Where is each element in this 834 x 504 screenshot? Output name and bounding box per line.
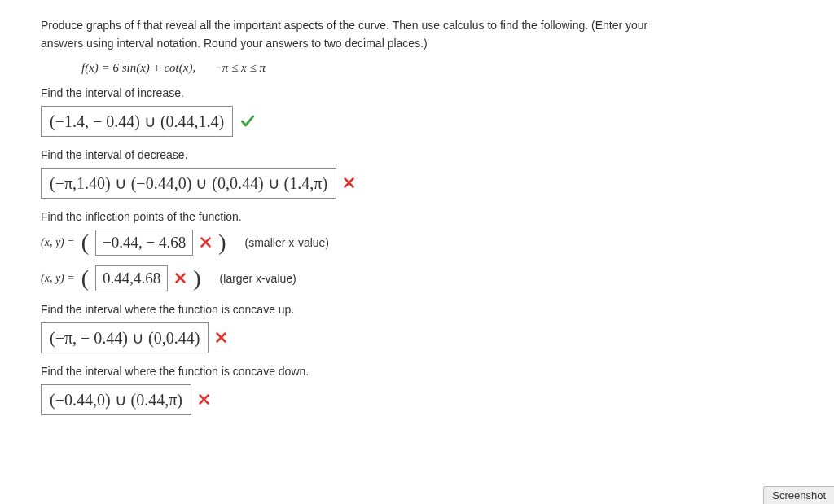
prompt-inflection: Find the inflection points of the functi… (41, 210, 793, 223)
close-paren-2: ) (193, 265, 200, 291)
answer-decrease[interactable]: (−π,1.40) ∪ (−0.44,0) ∪ (0,0.44) ∪ (1.4,… (41, 168, 336, 199)
open-paren-2: ( (81, 265, 89, 291)
prompt-concave-down: Find the interval where the function is … (41, 365, 793, 378)
cross-icon (200, 236, 212, 248)
check-icon (239, 113, 256, 129)
inflection-1-label: (smaller x-value) (245, 236, 329, 249)
inflection-prefix-1: (x, y) = (41, 236, 75, 249)
inflection-2-label: (larger x-value) (220, 272, 296, 285)
prompt-concave-up: Find the interval where the function is … (41, 303, 793, 316)
prompt-increase: Find the interval of increase. (41, 86, 793, 99)
intro-text: Produce graphs of f that reveal all the … (41, 16, 793, 53)
function-definition: f(x) = 6 sin(x) + cot(x), −π ≤ x ≤ π (81, 61, 793, 75)
answer-concave-up[interactable]: (−π, − 0.44) ∪ (0,0.44) (41, 322, 208, 353)
answer-concave-down[interactable]: (−0.44,0) ∪ (0.44,π) (41, 384, 191, 415)
intro-line-2: answers using interval notation. Round y… (41, 37, 428, 50)
cross-icon (343, 177, 355, 189)
close-paren-1: ) (218, 230, 226, 256)
intro-line-1: Produce graphs of f that reveal all the … (41, 19, 647, 32)
cross-icon (174, 272, 187, 284)
prompt-decrease: Find the interval of decrease. (41, 148, 793, 161)
answer-inflection-1[interactable]: −0.44, − 4.68 (95, 230, 193, 256)
cross-icon (198, 393, 210, 405)
cross-icon (215, 331, 227, 344)
inflection-prefix-2: (x, y) = (41, 272, 75, 285)
answer-increase[interactable]: (−1.4, − 0.44) ∪ (0.44,1.4) (41, 106, 233, 137)
open-paren-1: ( (81, 230, 89, 256)
answer-inflection-2[interactable]: 0.44,4.68 (95, 265, 168, 291)
